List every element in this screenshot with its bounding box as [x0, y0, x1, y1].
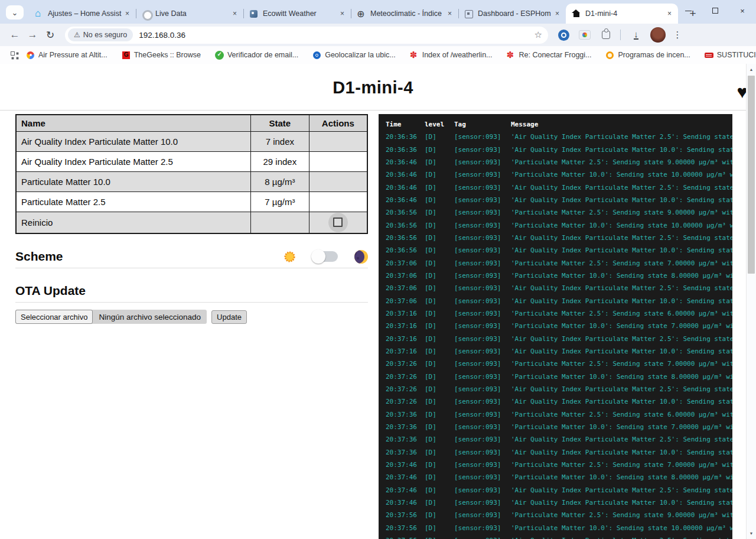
browser-tab[interactable]: D1-mini-4 ×: [566, 4, 678, 24]
log-header-message: Message: [511, 121, 732, 128]
file-input[interactable]: Seleccionar archivo Ningún archivo selec…: [15, 310, 207, 324]
close-icon[interactable]: ×: [666, 9, 673, 18]
log-line: 20:37:36 [D] [sensor:093] 'Particulate M…: [386, 408, 732, 421]
log-tag: [sensor:093]: [454, 234, 511, 242]
close-icon[interactable]: ×: [338, 9, 346, 18]
scheme-toggle[interactable]: [313, 251, 338, 262]
ecowitt-icon: [249, 9, 258, 18]
chevron-down-icon: ⌄: [12, 8, 18, 17]
log-level: [D]: [425, 511, 454, 519]
tab-strip: ⌄ Ajustes – Home Assist × Live Data × Ec…: [0, 0, 756, 24]
log-time: 20:37:16: [386, 310, 425, 317]
close-icon[interactable]: ×: [231, 9, 239, 18]
back-icon[interactable]: ←: [6, 29, 24, 41]
sensor-actions: [309, 151, 367, 171]
bookmark-item[interactable]: TheGeeks :: Browse: [122, 51, 201, 60]
log-tag: [sensor:093]: [454, 284, 511, 292]
reinicio-button[interactable]: [328, 213, 348, 232]
browser-tab[interactable]: Ecowitt Weather ×: [243, 4, 351, 24]
log-time: 20:37:56: [386, 524, 425, 532]
file-status-text: Ningún archivo seleccionado: [93, 313, 207, 322]
page-scrollbar[interactable]: ▲ ▼: [746, 64, 756, 539]
bookmark-item[interactable]: Verificador de email...: [215, 51, 298, 60]
browser-menu-button[interactable]: ⋮: [673, 30, 682, 40]
log-line: 20:36:46 [D] [sensor:093] 'Particulate M…: [386, 156, 732, 168]
log-tag: [sensor:093]: [454, 171, 511, 178]
log-message: 'Air Quality Index Particulate Matter 2.…: [511, 486, 732, 494]
close-icon[interactable]: ×: [446, 9, 454, 18]
table-row: Particulate Matter 2.5 7 µg/m³: [16, 191, 367, 212]
maximize-icon: [712, 8, 718, 14]
log-line: 20:37:56 [D] [sensor:093] 'Air Quality I…: [386, 534, 732, 539]
photos-extension-button[interactable]: [579, 29, 591, 41]
downloads-button[interactable]: ↓: [630, 29, 642, 41]
bookmark-item[interactable]: SUSTITUCIÓN MOT...: [705, 51, 756, 60]
update-button[interactable]: Update: [211, 310, 247, 324]
maximize-button[interactable]: [702, 0, 729, 21]
close-icon[interactable]: ×: [553, 9, 561, 18]
bookmark-item[interactable]: Air Pressure at Altit...: [26, 51, 107, 60]
log-line: 20:37:26 [D] [sensor:093] 'Air Quality I…: [386, 383, 732, 395]
ota-section: OTA Update: [15, 284, 368, 303]
browser-tab[interactable]: Dashboard - ESPHom ×: [458, 4, 566, 24]
bookmark-star-icon[interactable]: ☆: [535, 30, 542, 40]
photos-extension-icon: [579, 30, 591, 40]
scroll-down-icon[interactable]: ▼: [747, 528, 756, 538]
log-tag: [sensor:093]: [454, 398, 511, 405]
log-level: [D]: [425, 335, 454, 343]
orange-ring-icon: [605, 51, 614, 60]
log-tag: [sensor:093]: [454, 461, 511, 469]
scroll-up-icon[interactable]: ▲: [747, 64, 756, 74]
log-time: 20:37:46: [386, 461, 425, 469]
extension-button[interactable]: [558, 29, 569, 41]
log-tag: [sensor:093]: [454, 335, 511, 343]
sensor-actions: [309, 191, 367, 212]
log-level: [D]: [425, 373, 454, 381]
browser-tab[interactable]: Live Data ×: [136, 4, 243, 24]
log-message: 'Particulate Matter 2.5': Sending state …: [511, 209, 732, 216]
browser-tab[interactable]: Meteoclimatic - Índice ×: [351, 4, 458, 24]
log-time: 20:37:16: [386, 335, 425, 343]
security-chip[interactable]: ⚠ No es seguro: [68, 28, 133, 41]
close-icon[interactable]: ×: [123, 9, 131, 18]
extensions-menu-button[interactable]: [600, 29, 612, 41]
log-line: 20:36:56 [D] [sensor:093] 'Air Quality I…: [386, 232, 732, 244]
log-tag: [sensor:093]: [454, 184, 511, 191]
table-row: Reinicio: [16, 212, 367, 233]
log-message: 'Particulate Matter 10.0': Sending state…: [511, 473, 732, 481]
close-window-button[interactable]: ×: [729, 0, 756, 21]
bookmark-item[interactable]: Programas de incen...: [605, 51, 690, 60]
log-line: 20:36:56 [D] [sensor:093] 'Particulate M…: [386, 219, 732, 231]
bookmark-label: Verificador de email...: [227, 51, 298, 59]
minimize-button[interactable]: [674, 0, 702, 21]
profile-avatar[interactable]: [650, 27, 666, 43]
log-header-time: Time: [386, 121, 425, 128]
log-line: 20:37:16 [D] [sensor:093] 'Particulate M…: [386, 307, 732, 320]
reload-icon[interactable]: ↻: [41, 29, 59, 41]
tab-title: Ajustes – Home Assist: [48, 9, 123, 18]
log-time: 20:36:46: [386, 196, 425, 204]
close-icon: ×: [740, 7, 745, 15]
forward-icon[interactable]: →: [24, 29, 41, 41]
log-tag: [sensor:093]: [454, 310, 511, 317]
choose-file-button[interactable]: Seleccionar archivo: [15, 310, 93, 324]
scrollbar-thumb[interactable]: [748, 76, 755, 274]
browser-tab[interactable]: Ajustes – Home Assist ×: [28, 4, 136, 24]
sensor-state: 7 µg/m³: [250, 191, 309, 212]
url-text[interactable]: 192.168.0.36: [139, 31, 534, 40]
address-bar[interactable]: ⚠ No es seguro 192.168.0.36 ☆: [65, 27, 548, 44]
toggle-knob[interactable]: [311, 249, 325, 264]
bookmark-item[interactable]: Geolocalizar la ubic...: [312, 51, 396, 60]
bookmark-item[interactable]: Index of /weatherlin...: [410, 51, 493, 60]
log-time: 20:37:36: [386, 436, 425, 443]
red-tag-icon: [705, 51, 713, 60]
log-line: 20:36:36 [D] [sensor:093] 'Air Quality I…: [386, 143, 732, 155]
tab-search-button[interactable]: ⌄: [6, 5, 24, 20]
blue-globe-icon: [312, 51, 321, 60]
log-message: 'Air Quality Index Particulate Matter 2.…: [511, 133, 732, 141]
log-level: [D]: [425, 449, 454, 456]
log-time: 20:37:06: [386, 259, 425, 267]
log-line: 20:37:46 [D] [sensor:093] 'Air Quality I…: [386, 496, 732, 509]
bookmark-item[interactable]: Re: Conectar Froggi...: [507, 51, 592, 60]
log-tag: [sensor:093]: [454, 373, 511, 381]
